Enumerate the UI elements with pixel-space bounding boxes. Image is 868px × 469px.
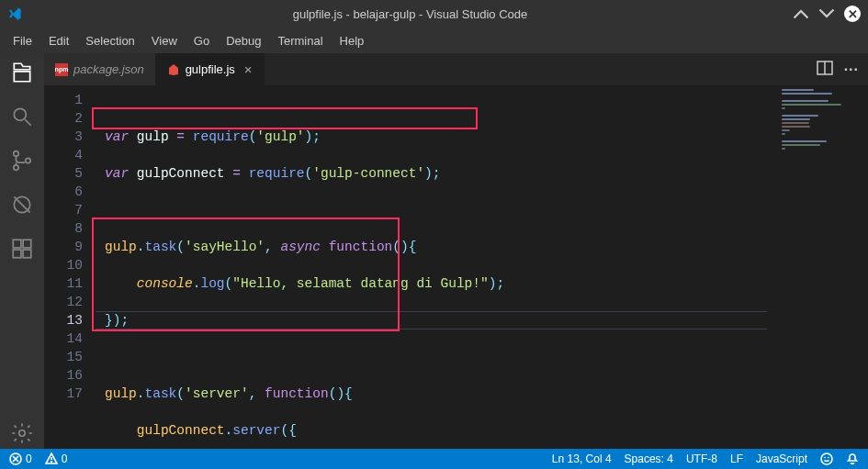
menu-debug[interactable]: Debug (219, 31, 268, 50)
more-actions-icon[interactable]: ··· (844, 61, 859, 78)
svg-line-1 (25, 119, 31, 126)
activity-bar (0, 53, 44, 449)
menu-view[interactable]: View (144, 31, 185, 50)
menu-selection[interactable]: Selection (78, 31, 141, 50)
minimize-button[interactable] (793, 6, 809, 22)
tab-label: package.json (73, 62, 144, 76)
svg-point-0 (14, 108, 26, 120)
menu-go[interactable]: Go (186, 31, 217, 50)
close-button[interactable]: ✕ (844, 6, 861, 22)
menu-file[interactable]: File (6, 31, 39, 50)
line-gutter: 1234567891011121314151617 (44, 85, 96, 449)
tab-label: gulpfile.js (186, 62, 235, 76)
menu-terminal[interactable]: Terminal (270, 31, 330, 50)
svg-point-21 (828, 457, 829, 459)
svg-point-18 (51, 462, 51, 463)
highlight-box-1 (92, 107, 478, 129)
source-control-icon[interactable] (10, 149, 34, 176)
status-bell-icon[interactable] (846, 452, 859, 465)
status-eol[interactable]: LF (730, 452, 743, 465)
status-cursor-position[interactable]: Ln 13, Col 4 (552, 452, 612, 465)
js-icon (167, 63, 180, 76)
tab-gulpfile-js[interactable]: gulpfile.js × (156, 53, 265, 85)
code-content[interactable]: var gulp = require('gulp'); var gulpConn… (96, 85, 868, 449)
svg-point-20 (824, 457, 826, 459)
warning-count: 0 (62, 452, 68, 465)
extensions-icon[interactable] (10, 237, 34, 264)
error-count: 0 (26, 452, 32, 465)
tab-package-json[interactable]: npm package.json (44, 53, 156, 85)
svg-point-3 (14, 165, 18, 170)
search-icon[interactable] (10, 105, 34, 132)
svg-rect-7 (13, 240, 21, 248)
svg-rect-9 (13, 250, 21, 258)
status-encoding[interactable]: UTF-8 (686, 452, 717, 465)
svg-rect-8 (23, 240, 31, 248)
menu-edit[interactable]: Edit (41, 31, 76, 50)
warning-icon (45, 452, 58, 465)
svg-point-11 (19, 430, 26, 437)
status-feedback-icon[interactable] (820, 452, 833, 465)
split-editor-icon[interactable] (817, 60, 833, 80)
title-bar: gulpfile.js - belajar-gulp - Visual Stud… (0, 0, 868, 28)
npm-icon: npm (55, 63, 68, 76)
svg-rect-10 (23, 250, 31, 258)
settings-icon[interactable] (10, 421, 34, 449)
workspace: npm package.json gulpfile.js × ··· 12345… (0, 53, 868, 449)
status-indentation[interactable]: Spaces: 4 (625, 452, 673, 465)
status-warnings[interactable]: 0 (45, 452, 68, 465)
menu-help[interactable]: Help (333, 31, 372, 50)
status-language[interactable]: JavaScript (756, 452, 807, 465)
debug-icon[interactable] (10, 193, 34, 220)
vscode-icon (7, 6, 22, 21)
editor-area: npm package.json gulpfile.js × ··· 12345… (44, 53, 868, 449)
close-tab-icon[interactable]: × (244, 61, 253, 77)
status-errors[interactable]: 0 (9, 452, 32, 465)
maximize-button[interactable] (818, 6, 835, 22)
window-title: gulpfile.js - belajar-gulp - Visual Stud… (28, 7, 793, 21)
svg-point-2 (14, 151, 18, 156)
svg-point-19 (821, 453, 832, 464)
code-editor[interactable]: 1234567891011121314151617 var gulp = req… (44, 85, 868, 449)
menu-bar: File Edit Selection View Go Debug Termin… (0, 28, 868, 53)
tab-bar: npm package.json gulpfile.js × ··· (44, 53, 868, 85)
error-icon (9, 452, 22, 465)
svg-point-4 (26, 158, 30, 162)
explorer-icon[interactable] (10, 61, 34, 88)
status-bar: 0 0 Ln 13, Col 4 Spaces: 4 UTF-8 LF Java… (0, 449, 868, 469)
